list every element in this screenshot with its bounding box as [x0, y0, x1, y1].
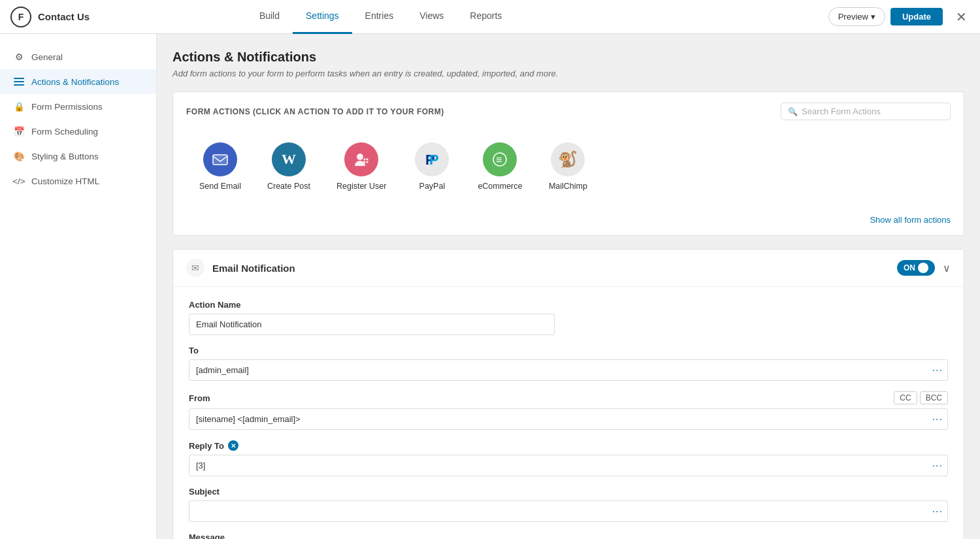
reply-to-label: Reply To ✕ — [189, 440, 948, 451]
to-label: To — [189, 346, 948, 355]
form-actions-title: FORM ACTIONS (click an action to add it … — [186, 107, 444, 116]
ecommerce-icon: ≡ — [483, 142, 517, 176]
main-content: Actions & Notifications Add form actions… — [157, 34, 980, 539]
form-actions-card: FORM ACTIONS (click an action to add it … — [172, 91, 964, 236]
action-mailchimp[interactable]: 🐒 MailChimp — [535, 135, 600, 199]
collapse-button[interactable]: ∨ — [943, 262, 951, 274]
action-label-create-post: Create Post — [267, 182, 310, 191]
sidebar-item-form-permissions[interactable]: 🔒 Form Permissions — [0, 94, 156, 119]
close-button[interactable]: ✕ — [953, 7, 970, 27]
register-user-icon — [344, 142, 378, 176]
header-actions: Preview ▾ Update ✕ — [828, 7, 970, 27]
app-logo: F — [10, 7, 31, 27]
reply-to-dots-button[interactable]: ··· — [932, 460, 943, 472]
action-name-field: Action Name — [189, 300, 948, 335]
paypal-icon: P P — [415, 142, 449, 176]
from-label: From — [189, 393, 210, 403]
action-send-email[interactable]: Send Email — [186, 135, 254, 199]
subject-field: Subject ··· — [189, 487, 948, 522]
to-input-wrapper: ··· — [189, 359, 948, 381]
sidebar-item-customize-html[interactable]: </> Customize HTML — [0, 169, 156, 193]
from-input[interactable] — [189, 408, 948, 430]
action-label-mailchimp: MailChimp — [549, 182, 587, 191]
app-title: Contact Us — [38, 11, 90, 22]
to-field: To ··· — [189, 346, 948, 381]
sidebar-item-styling-buttons[interactable]: 🎨 Styling & Buttons — [0, 144, 156, 169]
svg-rect-2 — [14, 84, 24, 86]
lock-icon: 🔒 — [13, 101, 25, 112]
bcc-button[interactable]: BCC — [920, 391, 948, 404]
reply-to-input[interactable] — [189, 455, 948, 476]
email-notification-card: ✉ Email Notification ON ∨ Action Name To — [172, 249, 964, 539]
search-box: 🔍 — [781, 103, 951, 120]
header: F Contact Us Build Settings Entries View… — [0, 0, 980, 34]
preview-button[interactable]: Preview ▾ — [828, 7, 885, 26]
sidebar: ⚙ General Actions & Notifications 🔒 Form… — [0, 34, 157, 539]
message-label: Message — [189, 532, 948, 539]
nav-views[interactable]: Views — [406, 0, 457, 34]
paint-icon: 🎨 — [13, 150, 25, 162]
from-buttons: CC BCC — [894, 391, 948, 404]
svg-rect-3 — [213, 155, 227, 165]
actions-grid: Send Email W Create Post — [173, 128, 964, 209]
svg-rect-0 — [14, 78, 24, 79]
to-dots-button[interactable]: ··· — [932, 365, 943, 376]
action-label-paypal: PayPal — [419, 182, 446, 191]
show-all-link: Show all form actions — [173, 209, 964, 235]
list-icon — [13, 76, 25, 88]
subject-input-wrapper: ··· — [189, 500, 948, 522]
svg-rect-1 — [14, 81, 24, 82]
from-header: From CC BCC — [189, 391, 948, 404]
svg-text:P: P — [429, 152, 439, 168]
nav-reports[interactable]: Reports — [457, 0, 515, 34]
notification-email-icon: ✉ — [186, 259, 204, 277]
action-paypal[interactable]: P P PayPal — [399, 135, 465, 199]
from-input-wrapper: ··· — [189, 408, 948, 430]
reply-to-input-wrapper: ··· — [189, 455, 948, 476]
action-name-label: Action Name — [189, 300, 948, 310]
main-nav: Build Settings Entries Views Reports — [246, 0, 515, 34]
subject-label: Subject — [189, 487, 948, 497]
nav-build[interactable]: Build — [246, 0, 293, 34]
calendar-icon: 📅 — [13, 125, 25, 137]
action-ecommerce[interactable]: ≡ eCommerce — [465, 135, 535, 199]
from-dots-button[interactable]: ··· — [932, 414, 943, 425]
update-button[interactable]: Update — [890, 8, 943, 25]
show-all-actions[interactable]: Show all form actions — [870, 215, 951, 225]
chevron-down-icon: ▾ — [871, 12, 875, 22]
sidebar-item-form-scheduling[interactable]: 📅 Form Scheduling — [0, 119, 156, 144]
action-register-user[interactable]: Register User — [323, 135, 399, 199]
cc-button[interactable]: CC — [894, 391, 917, 404]
sidebar-item-actions-notifications[interactable]: Actions & Notifications — [0, 69, 156, 94]
svg-point-4 — [357, 154, 363, 160]
action-create-post[interactable]: W Create Post — [254, 135, 323, 199]
notification-body: Action Name To ··· From CC — [173, 287, 964, 539]
action-name-input[interactable] — [189, 314, 555, 335]
subject-dots-button[interactable]: ··· — [932, 506, 943, 517]
message-field: Message ··· — [189, 532, 948, 539]
nav-settings[interactable]: Settings — [293, 0, 352, 34]
action-label-register-user: Register User — [336, 182, 386, 191]
reply-to-remove-icon[interactable]: ✕ — [228, 440, 238, 451]
mailchimp-icon: 🐒 — [551, 142, 585, 176]
search-icon: 🔍 — [788, 107, 798, 116]
reply-to-field: Reply To ✕ ··· — [189, 440, 948, 476]
from-field: From CC BCC ··· — [189, 391, 948, 430]
layout: ⚙ General Actions & Notifications 🔒 Form… — [0, 34, 980, 539]
to-input[interactable] — [189, 359, 948, 381]
page-title: Actions & Notifications — [172, 50, 964, 65]
nav-entries[interactable]: Entries — [352, 0, 407, 34]
search-input[interactable] — [802, 106, 943, 116]
create-post-icon: W — [272, 142, 306, 176]
action-label-ecommerce: eCommerce — [478, 182, 522, 191]
gear-icon: ⚙ — [13, 51, 25, 63]
sidebar-item-general[interactable]: ⚙ General — [0, 44, 156, 69]
notification-title: Email Notification — [212, 263, 897, 274]
form-actions-header: FORM ACTIONS (click an action to add it … — [173, 92, 964, 128]
svg-text:≡: ≡ — [496, 154, 502, 165]
subject-input[interactable] — [189, 500, 948, 522]
code-icon: </> — [13, 175, 25, 187]
page-subtitle: Add form actions to your form to perform… — [172, 69, 964, 78]
toggle-on-button[interactable]: ON — [897, 260, 935, 276]
notification-header: ✉ Email Notification ON ∨ — [173, 250, 964, 287]
